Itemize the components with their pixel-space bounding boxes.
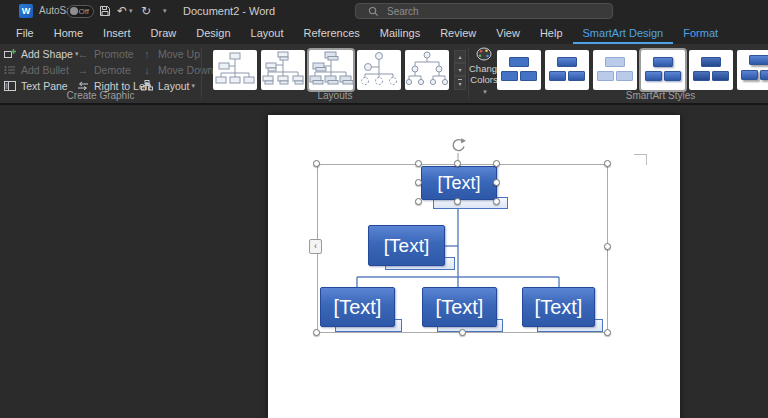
circle-org-chart-icon <box>357 50 401 90</box>
text-pane-toggle-button[interactable]: ‹ <box>309 239 322 254</box>
group-create-graphic: Add Shape ▾ ← Promote ↑ Move Up Add Bull… <box>0 44 201 103</box>
promote-icon: ← <box>76 48 90 60</box>
add-bullet-icon <box>4 65 16 75</box>
text-pane-icon <box>4 81 16 91</box>
tab-view[interactable]: View <box>486 23 530 44</box>
layout-dropdown-icon[interactable]: ▾ <box>192 82 196 90</box>
add-shape-label: Add Shape <box>21 48 73 60</box>
group-label-create-graphic: Create Graphic <box>0 90 201 101</box>
style-preview-icon <box>653 57 673 67</box>
node-handle-top-right[interactable] <box>493 160 500 167</box>
layout-thumb-name-title-org-chart[interactable] <box>261 50 305 90</box>
style-thumb-3[interactable] <box>593 50 637 90</box>
change-colors-button[interactable]: Change Colors ▾ <box>469 46 499 92</box>
undo-button[interactable]: ↶ ▾ <box>117 3 133 19</box>
group-label-smartart-styles: SmartArt Styles <box>469 90 768 101</box>
demote-button[interactable]: → Demote <box>76 62 131 77</box>
style-thumb-4-selected[interactable] <box>641 50 685 90</box>
document-area: ‹ [Text] [Text] [Text] [Text] [Text] <box>0 103 768 418</box>
add-bullet-label: Add Bullet <box>21 64 69 76</box>
group-layouts: ▴ ▾ ▾ Layouts <box>202 44 468 103</box>
frame-handle-right-mid[interactable] <box>604 243 611 250</box>
autosave-toggle[interactable]: Off <box>67 5 94 18</box>
gallery-scroll-up-button[interactable]: ▴ <box>454 50 466 63</box>
smartart-node-manager[interactable]: [Text] <box>421 166 497 200</box>
frame-handle-bottom-mid[interactable] <box>459 329 466 336</box>
layout-thumb-hierarchy-circles[interactable] <box>405 50 449 90</box>
redo-icon: ↻ <box>141 5 151 17</box>
tab-draw[interactable]: Draw <box>141 23 187 44</box>
redo-button[interactable]: ↻ <box>141 3 151 19</box>
move-up-label: Move Up <box>158 48 200 60</box>
style-preview-icon <box>749 55 768 65</box>
change-colors-icon <box>476 47 492 61</box>
autosave-state: Off <box>78 7 89 16</box>
add-shape-button[interactable]: Add Shape ▾ <box>3 46 78 61</box>
tab-design[interactable]: Design <box>186 23 240 44</box>
gallery-more-button[interactable]: ▾ <box>454 76 466 90</box>
promote-button[interactable]: ← Promote <box>76 46 134 61</box>
search-placeholder: Search <box>387 6 419 17</box>
gallery-scroll-down-button[interactable]: ▾ <box>454 63 466 76</box>
tab-insert[interactable]: Insert <box>93 23 141 44</box>
save-icon <box>99 5 111 17</box>
tab-review[interactable]: Review <box>430 23 486 44</box>
node-text[interactable]: [Text] <box>334 296 382 319</box>
style-preview-icon <box>605 57 625 67</box>
tab-help[interactable]: Help <box>530 23 573 44</box>
move-up-button[interactable]: ↑ Move Up <box>140 46 200 61</box>
tab-home[interactable]: Home <box>44 23 93 44</box>
rotate-handle-icon[interactable] <box>450 137 467 154</box>
gallery-more-icon: ▾ <box>458 79 461 87</box>
right-to-left-icon <box>77 81 89 91</box>
tab-layout[interactable]: Layout <box>241 23 294 44</box>
toggle-knob-icon <box>70 7 78 15</box>
node-handle-bottom-mid[interactable] <box>454 198 461 205</box>
org-chart-icon <box>213 50 257 90</box>
ribbon-tab-bar: File Home Insert Draw Design Layout Refe… <box>0 22 768 44</box>
node-text[interactable]: [Text] <box>384 235 429 257</box>
node-handle-bottom-right[interactable] <box>493 198 500 205</box>
document-page[interactable]: ‹ [Text] [Text] [Text] [Text] [Text] <box>268 115 680 418</box>
tab-references[interactable]: References <box>294 23 370 44</box>
smartart-node-assistant[interactable]: [Text] <box>368 225 445 266</box>
smartart-node-subordinate-1[interactable]: [Text] <box>320 287 395 327</box>
tab-mailings[interactable]: Mailings <box>370 23 430 44</box>
frame-handle-top-right[interactable] <box>604 160 611 167</box>
tab-smartart-design[interactable]: SmartArt Design <box>573 23 674 44</box>
style-thumb-1[interactable] <box>497 50 541 90</box>
node-handle-right-mid[interactable] <box>493 179 500 186</box>
smartart-node-subordinate-3[interactable]: [Text] <box>522 287 595 327</box>
node-handle-bottom-left[interactable] <box>415 198 422 205</box>
node-handle-top-left[interactable] <box>415 160 422 167</box>
node-text[interactable]: [Text] <box>437 173 480 194</box>
style-thumb-6[interactable] <box>737 50 768 90</box>
node-text[interactable]: [Text] <box>535 296 583 319</box>
add-bullet-button[interactable]: Add Bullet <box>3 62 69 77</box>
document-title: Document2 - Word <box>183 5 275 17</box>
style-thumb-5[interactable] <box>689 50 733 90</box>
node-text[interactable]: [Text] <box>436 296 484 319</box>
save-button[interactable] <box>99 3 111 19</box>
quick-access-more-button[interactable]: ▾ <box>161 3 167 19</box>
undo-dropdown-icon[interactable]: ▾ <box>129 7 133 15</box>
half-circle-org-chart-icon <box>309 50 353 90</box>
frame-handle-top-left[interactable] <box>313 160 320 167</box>
frame-handle-bottom-left[interactable] <box>313 329 320 336</box>
hierarchy-circles-icon <box>405 50 449 90</box>
word-logo-icon: W <box>19 4 33 18</box>
name-title-org-chart-icon <box>261 50 305 90</box>
style-thumb-2[interactable] <box>545 50 589 90</box>
smartart-node-subordinate-2[interactable]: [Text] <box>422 287 497 327</box>
frame-handle-bottom-right[interactable] <box>604 329 611 336</box>
chevron-left-icon: ‹ <box>314 241 317 251</box>
tab-file[interactable]: File <box>6 23 44 44</box>
change-colors-label-line1: Change <box>469 63 499 74</box>
node-handle-left-mid[interactable] <box>415 179 422 186</box>
tab-format[interactable]: Format <box>673 23 728 44</box>
search-input[interactable]: Search <box>355 3 613 19</box>
layout-thumb-half-circle-org-chart[interactable] <box>309 50 353 90</box>
node-handle-top-mid[interactable] <box>454 160 461 167</box>
layout-thumb-circle-org-chart[interactable] <box>357 50 401 90</box>
layout-thumb-org-chart[interactable] <box>213 50 257 90</box>
